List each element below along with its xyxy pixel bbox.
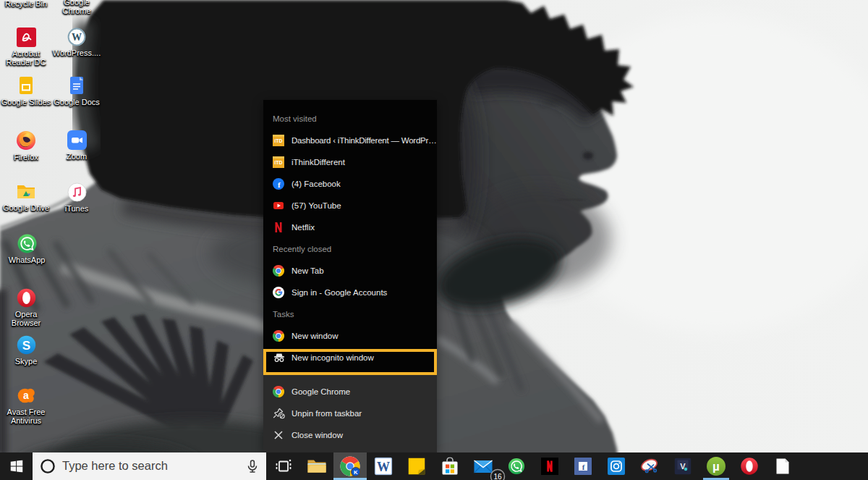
svg-text:W: W	[72, 32, 82, 43]
svg-text:f: f	[582, 463, 585, 471]
svg-text:S: S	[22, 339, 30, 353]
svg-text:f: f	[278, 180, 281, 189]
svg-text:W: W	[377, 460, 390, 474]
svg-text:a: a	[23, 390, 29, 401]
svg-text:µ: µ	[712, 460, 720, 473]
svg-text:iTD: iTD	[274, 160, 282, 165]
svg-text:K: K	[354, 469, 358, 476]
svg-text:iTD: iTD	[274, 138, 282, 143]
